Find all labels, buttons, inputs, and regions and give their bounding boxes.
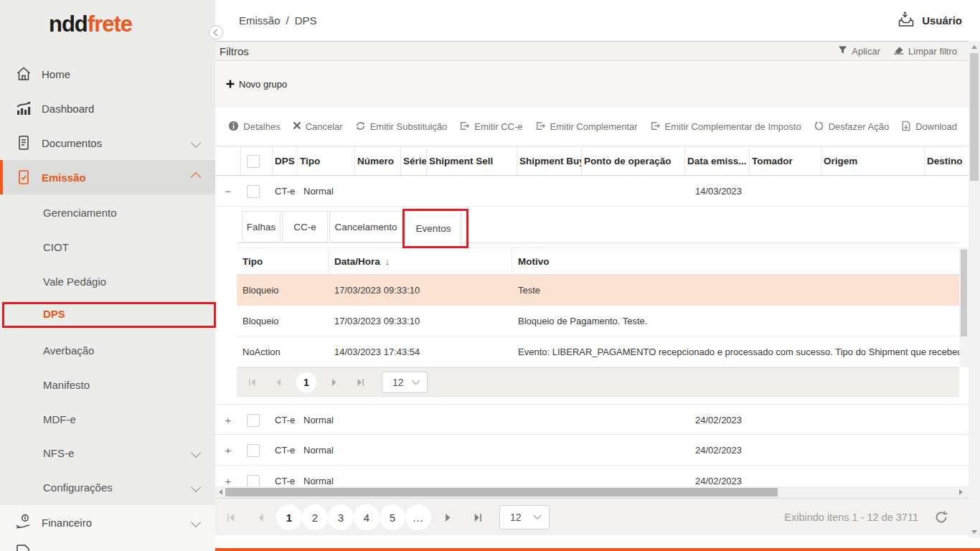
detail-row[interactable]: Bloqueio 17/03/2023 09:33:10 Bloqueio de… <box>237 306 959 336</box>
sort-desc-icon: ↓ <box>385 256 390 267</box>
emit-complementar-button[interactable]: Emitir Complementar <box>535 121 638 133</box>
column-header-shipment-sell[interactable]: Shipment Sell <box>427 146 517 175</box>
expander-column-header <box>215 146 241 175</box>
sidebar-item-financeiro[interactable]: Financeiro <box>0 505 215 540</box>
tab-cancelamento[interactable]: Cancelamento <box>329 211 402 242</box>
page-button-1[interactable]: 1 <box>276 504 302 530</box>
reload-icon[interactable] <box>934 510 948 524</box>
grid-row[interactable]: + CT-e Normal 24/02/2023 <box>215 435 969 466</box>
first-page-icon[interactable] <box>227 513 237 522</box>
page-button-5[interactable]: 5 <box>380 504 405 530</box>
sidebar-subitem-manifesto[interactable]: Manifesto <box>0 367 215 402</box>
detail-vertical-scrollbar-thumb[interactable] <box>961 250 967 336</box>
logo-ndd: ndd <box>49 11 88 37</box>
eraser-icon <box>893 45 904 57</box>
sidebar-item-emissao[interactable]: Emissão <box>0 160 215 194</box>
sidebar-subitem-dps[interactable]: DPS <box>0 296 215 331</box>
detail-row-selected[interactable]: Bloqueio 17/03/2023 09:33:10 Teste <box>237 275 959 306</box>
detail-column-tipo[interactable]: Tipo <box>237 248 329 274</box>
undo-action-button[interactable]: Desfazer Ação <box>814 121 890 133</box>
page-size-select[interactable]: 12 <box>499 505 550 529</box>
clear-filter-button[interactable]: Limpar filtro <box>893 45 957 57</box>
last-page-icon[interactable] <box>355 378 364 387</box>
sidebar-item-home[interactable]: Home <box>0 57 215 91</box>
subitem-label: Configurações <box>43 481 113 494</box>
sidebar-subitem-gerenciamento[interactable]: Gerenciamento <box>0 195 215 230</box>
row-checkbox[interactable] <box>247 414 260 427</box>
sidebar-item-label: Dashboard <box>42 103 94 115</box>
vertical-scrollbar-thumb[interactable] <box>970 53 979 181</box>
scroll-left-arrow[interactable] <box>219 489 222 495</box>
breadcrumb-dps: DPS <box>295 14 317 27</box>
column-header-numero[interactable]: Número <box>355 146 401 175</box>
column-header-ponto-operacao[interactable]: Ponto de operação <box>582 146 685 175</box>
horizontal-scrollbar-thumb[interactable] <box>225 488 778 496</box>
sidebar-subitem-ciot[interactable]: CIOT <box>0 230 215 264</box>
column-header-shipment-buy[interactable]: Shipment Buy <box>517 146 582 175</box>
sidebar-subitem-configuracoes[interactable]: Configurações <box>0 470 215 504</box>
page-button-2[interactable]: 2 <box>302 504 328 530</box>
scroll-up-arrow[interactable] <box>971 45 977 49</box>
page-size-select[interactable]: 12 <box>382 372 428 393</box>
breadcrumb-emissao[interactable]: Emissão <box>239 14 281 27</box>
page-button-3[interactable]: 3 <box>328 504 354 530</box>
tab-cce[interactable]: CC-e <box>282 211 328 242</box>
cell-tipo: Bloqueio <box>237 275 329 305</box>
column-header-origem[interactable]: Origem <box>821 146 925 175</box>
tab-label: Eventos <box>416 223 451 234</box>
scroll-down-arrow[interactable] <box>971 530 977 534</box>
column-header-data-emissao[interactable]: Data emiss... <box>685 146 750 175</box>
column-header-tipo[interactable]: Tipo <box>298 146 355 175</box>
sidebar-item-dashboard[interactable]: Dashboard <box>0 91 215 126</box>
prev-page-icon[interactable] <box>275 378 282 387</box>
apply-filter-button[interactable]: Aplicar <box>838 45 880 57</box>
row-checkbox[interactable] <box>247 444 260 457</box>
cell-data-emissao: 24/02/2023 <box>685 405 750 435</box>
grid-row-expanded[interactable]: − CT-e Normal 14/03/2023 <box>215 176 969 207</box>
subitem-label: DPS <box>43 308 65 320</box>
sidebar-item-documentos[interactable]: Documentos <box>0 126 215 160</box>
scroll-right-arrow[interactable] <box>959 489 963 495</box>
collapse-row-button[interactable]: − <box>215 176 241 206</box>
prev-page-icon[interactable] <box>257 513 265 522</box>
expand-row-button[interactable]: + <box>215 405 241 435</box>
detail-column-motivo[interactable]: Motivo <box>512 248 959 274</box>
grid-row[interactable]: + CT-e Normal 24/02/2023 <box>215 404 969 435</box>
column-header-destino[interactable]: Destino <box>925 146 969 175</box>
details-button[interactable]: Detalhes <box>228 121 280 133</box>
chevron-down-icon <box>191 517 201 527</box>
emit-cce-button[interactable]: Emitir CC-e <box>459 121 522 133</box>
sidebar-subitem-mdfe[interactable]: MDF-e <box>0 402 215 436</box>
tab-eventos[interactable]: Eventos <box>405 211 461 245</box>
column-header-serie[interactable]: Série <box>401 146 427 175</box>
detail-grid-header: Tipo Data/Hora ↓ Motivo <box>237 248 959 275</box>
chevron-down-icon <box>191 138 201 148</box>
tab-falhas[interactable]: Falhas <box>242 211 281 242</box>
sidebar-subitem-averbacao[interactable]: Averbação <box>0 333 215 367</box>
column-header-dps[interactable]: DPS <box>273 146 298 175</box>
collapse-sidebar-button[interactable] <box>209 25 223 39</box>
select-all-checkbox[interactable] <box>247 155 260 168</box>
next-page-icon[interactable] <box>444 513 452 522</box>
user-menu[interactable]: Usuário <box>897 0 962 41</box>
detail-column-data-hora[interactable]: Data/Hora ↓ <box>329 248 512 274</box>
cancel-button[interactable]: Cancelar <box>293 121 343 132</box>
sidebar-subitem-nfse[interactable]: NFS-e <box>0 435 215 470</box>
page-button-more[interactable]: ... <box>405 504 431 530</box>
last-page-icon[interactable] <box>472 513 482 522</box>
new-group-button[interactable]: Novo grupo <box>226 61 287 108</box>
page-button-4[interactable]: 4 <box>354 504 380 530</box>
download-button[interactable]: Download <box>901 121 957 133</box>
cell-dps: CT-e <box>273 435 298 465</box>
column-header-tomador[interactable]: Tomador <box>750 146 821 175</box>
expand-row-button[interactable]: + <box>215 435 241 465</box>
page-button-current[interactable]: 1 <box>296 372 316 392</box>
sidebar-subitem-vale-pedagio[interactable]: Vale Pedágio <box>0 264 215 298</box>
emit-complementar-imposto-button[interactable]: Emitir Complementar de Imposto <box>650 121 801 133</box>
next-page-icon[interactable] <box>331 378 338 387</box>
filters-title: Filtros <box>220 45 249 57</box>
row-checkbox[interactable] <box>247 185 260 198</box>
first-page-icon[interactable] <box>248 378 258 387</box>
detail-row[interactable]: NoAction 14/03/2023 17:43:54 Evento: LIB… <box>237 336 959 367</box>
emit-substitution-button[interactable]: Emitir Substituição <box>355 121 448 133</box>
